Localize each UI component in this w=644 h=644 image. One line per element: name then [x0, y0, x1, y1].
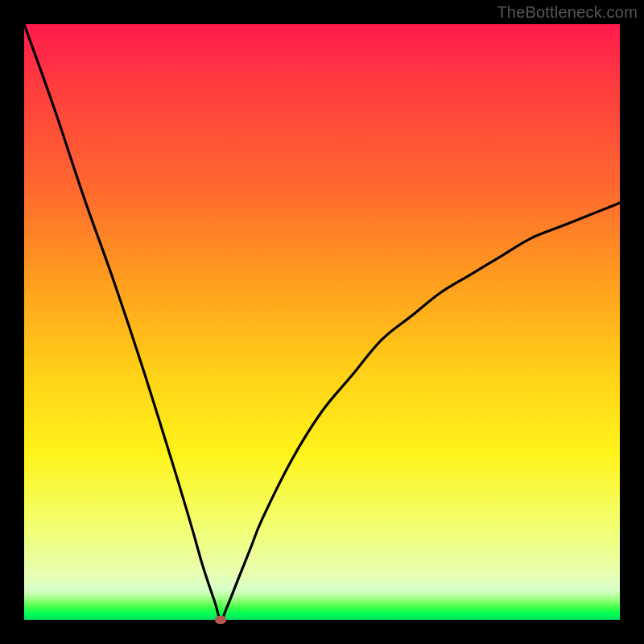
watermark-text: TheBottleneck.com: [497, 3, 638, 22]
chart-frame: [24, 24, 620, 620]
bottleneck-curve-path: [24, 24, 620, 620]
bottleneck-curve-svg: [24, 24, 620, 620]
balanced-marker: [215, 616, 226, 624]
